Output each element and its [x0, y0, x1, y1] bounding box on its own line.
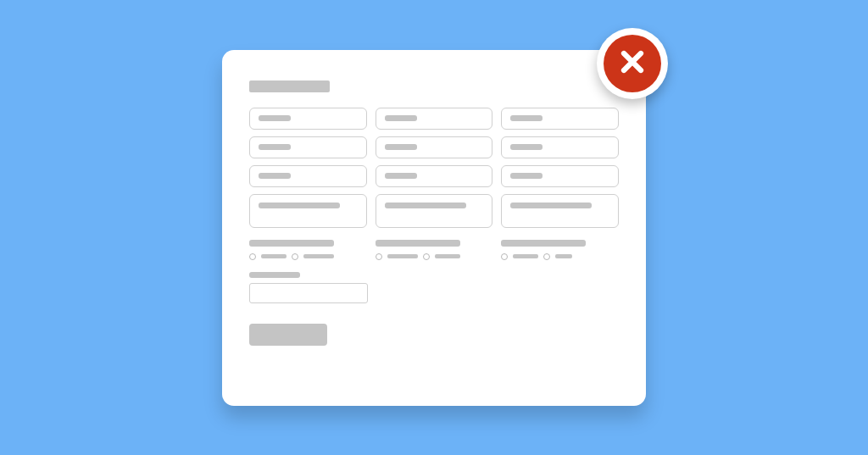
group-label: [501, 240, 586, 247]
input-field[interactable]: [249, 136, 367, 158]
input-field[interactable]: [249, 283, 368, 303]
field-grid: [249, 108, 619, 228]
input-field[interactable]: [249, 108, 367, 130]
form-title: [249, 80, 330, 92]
input-field[interactable]: [376, 136, 493, 158]
input-field[interactable]: [376, 165, 493, 187]
input-field[interactable]: [501, 136, 619, 158]
radio-group: [249, 240, 367, 260]
error-badge: [597, 28, 668, 99]
group-label: [249, 240, 334, 247]
radio-label: [513, 254, 538, 258]
radio-option[interactable]: [543, 253, 550, 260]
submit-button[interactable]: [249, 324, 327, 346]
form-card: [222, 50, 646, 406]
radio-group: [376, 240, 493, 260]
error-badge-inner: [604, 35, 661, 92]
textarea-field[interactable]: [249, 194, 367, 228]
radio-option[interactable]: [376, 253, 382, 260]
radio-label: [387, 254, 418, 258]
radio-label: [435, 254, 460, 258]
radio-option[interactable]: [249, 253, 256, 260]
textarea-field[interactable]: [376, 194, 493, 228]
textarea-field[interactable]: [501, 194, 619, 228]
radio-option[interactable]: [501, 253, 508, 260]
radio-group: [501, 240, 619, 260]
close-icon: [620, 49, 645, 78]
field-label: [249, 272, 300, 278]
extra-field-block: [249, 272, 619, 303]
radio-group-row: [249, 240, 619, 260]
input-field[interactable]: [249, 165, 367, 187]
radio-label: [261, 254, 287, 258]
radio-option[interactable]: [423, 253, 430, 260]
radio-label: [303, 254, 334, 258]
group-label: [376, 240, 460, 247]
radio-option[interactable]: [292, 253, 298, 260]
input-field[interactable]: [501, 108, 619, 130]
input-field[interactable]: [376, 108, 493, 130]
input-field[interactable]: [501, 165, 619, 187]
radio-label: [555, 254, 572, 258]
